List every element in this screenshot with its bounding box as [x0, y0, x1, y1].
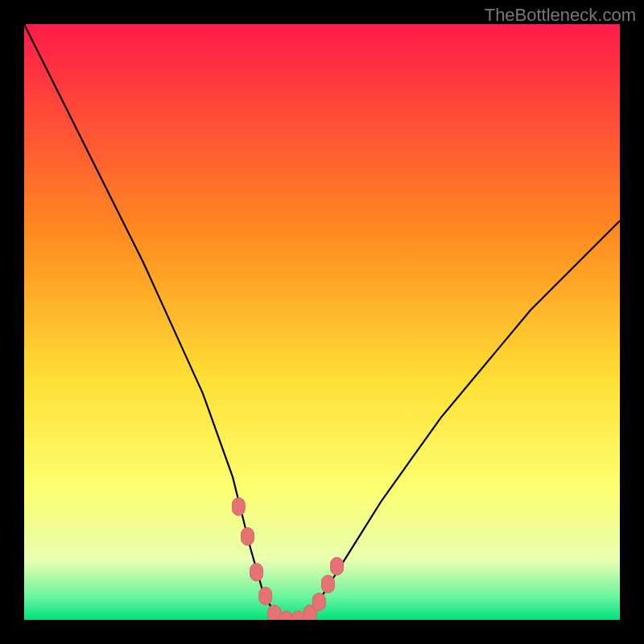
highlight-marker [280, 611, 293, 620]
highlight-marker [321, 576, 334, 593]
plot-area [24, 24, 620, 620]
highlight-marker [291, 611, 304, 620]
highlight-marker [268, 605, 281, 620]
highlight-marker [259, 587, 272, 605]
highlight-marker [331, 557, 344, 575]
highlight-marker [232, 497, 245, 515]
highlight-marker [312, 593, 325, 611]
highlight-marker [242, 527, 254, 545]
bottleneck-chart [24, 24, 620, 620]
highlight-marker [250, 564, 263, 581]
watermark-text: TheBottleneck.com [485, 5, 636, 26]
gradient-background [24, 24, 620, 620]
